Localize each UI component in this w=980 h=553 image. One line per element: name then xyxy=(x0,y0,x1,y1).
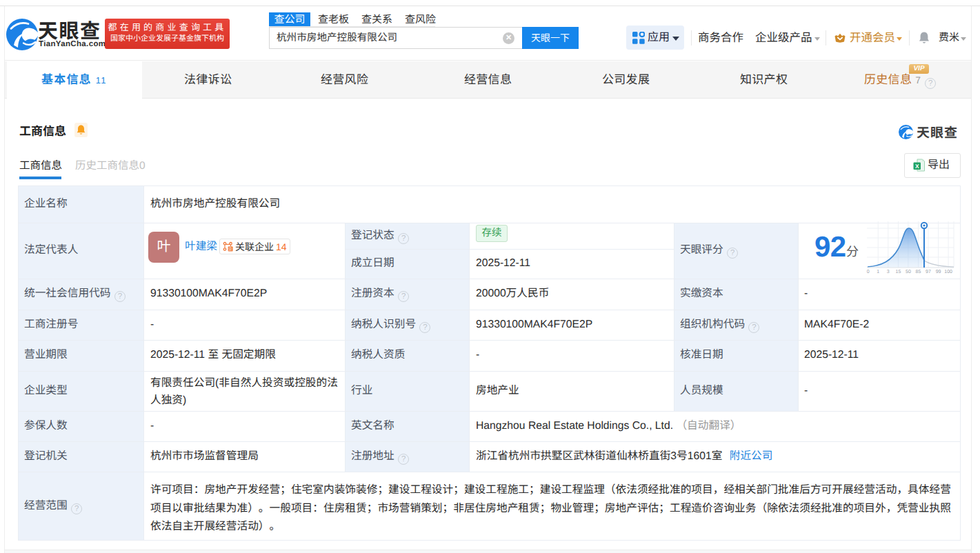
svg-text:0: 0 xyxy=(867,270,870,274)
svg-text:15: 15 xyxy=(896,270,901,274)
svg-text:100: 100 xyxy=(944,270,952,274)
svg-text:3: 3 xyxy=(887,270,890,274)
svg-text:97: 97 xyxy=(926,270,931,274)
svg-text:50: 50 xyxy=(906,270,911,274)
svg-text:99: 99 xyxy=(936,270,941,274)
svg-text:85: 85 xyxy=(916,270,921,274)
svg-text:X: X xyxy=(915,163,919,170)
svg-text:1: 1 xyxy=(877,270,879,274)
